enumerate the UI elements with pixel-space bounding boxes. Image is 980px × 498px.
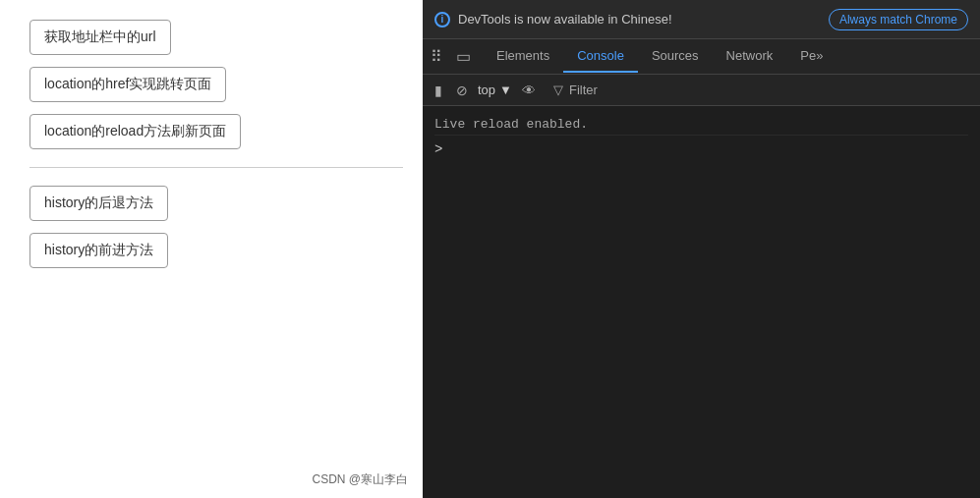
top-selector[interactable]: top ▼ (478, 83, 512, 97)
eye-icon[interactable]: 👁 (518, 81, 540, 100)
sidebar-toggle-icon[interactable]: ▮ (431, 81, 446, 100)
btn-history-forward[interactable]: history的前进方法 (29, 233, 168, 268)
device-icon[interactable]: ▭ (452, 43, 475, 70)
console-live-reload-message: Live reload enabled. (434, 114, 968, 136)
tab-sources[interactable]: Sources (638, 40, 713, 73)
tab-console[interactable]: Console (563, 40, 638, 73)
btn-href-jump[interactable]: location的href实现跳转页面 (29, 67, 226, 102)
tab-network[interactable]: Network (713, 40, 787, 73)
tab-elements[interactable]: Elements (483, 40, 563, 73)
tab-icon-group: ⠿ ▭ (427, 43, 475, 70)
dropdown-chevron-icon: ▼ (499, 83, 512, 97)
btn-reload[interactable]: location的reload方法刷新页面 (29, 114, 241, 149)
divider (29, 167, 403, 168)
console-prompt[interactable]: > (434, 141, 968, 157)
notification-text: DevTools is now available in Chinese! (458, 12, 821, 27)
filter-icon: ▽ (553, 83, 563, 97)
devtools-tabs: ⠿ ▭ Elements Console Sources Network Pe» (423, 39, 980, 75)
top-label: top (478, 83, 495, 97)
tab-more[interactable]: Pe» (786, 40, 836, 73)
info-icon: i (434, 12, 450, 28)
block-icon[interactable]: ⊘ (452, 81, 472, 100)
prompt-symbol: > (434, 141, 442, 157)
devtools-panel: i DevTools is now available in Chinese! … (423, 0, 980, 498)
hamburger-icon[interactable]: ⠿ (427, 43, 446, 70)
filter-label[interactable]: Filter (569, 83, 598, 97)
btn-get-url[interactable]: 获取地址栏中的url (29, 20, 171, 55)
footer-text: CSDN @寒山李白 (312, 471, 408, 488)
filter-area: ▽ Filter (553, 83, 972, 97)
console-output[interactable]: Live reload enabled. > (423, 106, 980, 498)
left-panel: 获取地址栏中的url location的href实现跳转页面 location的… (0, 0, 423, 498)
match-chrome-button[interactable]: Always match Chrome (829, 9, 968, 30)
btn-history-back[interactable]: history的后退方法 (29, 186, 168, 221)
console-toolbar: ▮ ⊘ top ▼ 👁 ▽ Filter (423, 75, 980, 106)
devtools-notification-bar: i DevTools is now available in Chinese! … (423, 0, 980, 39)
